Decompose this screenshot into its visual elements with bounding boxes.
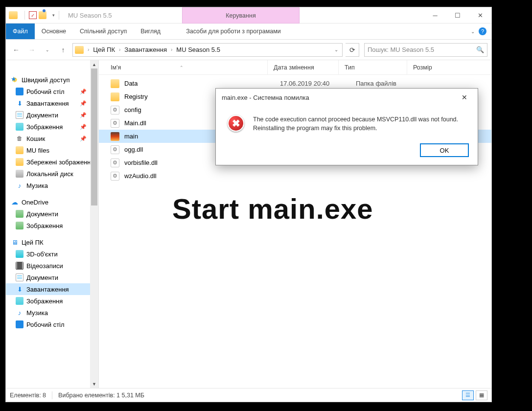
sidebar-this-pc[interactable]: 🖥Цей ПК [6,236,98,248]
ribbon-tab-view[interactable]: Вигляд [134,23,167,39]
pin-icon: 📌 [80,100,87,107]
scroll-thumb[interactable] [91,68,97,206]
folder-icon [16,158,23,166]
chevron-right-icon[interactable]: › [170,47,173,52]
column-name[interactable]: Ім'я⌃ [111,64,267,71]
qa-dropdown-icon[interactable]: ▾ [52,13,55,18]
ribbon-expand-icon[interactable]: ⌄ [471,29,475,34]
navigation-pane: Швидкий доступ Робочий стіл📌 ⬇Завантажен… [6,60,99,388]
sidebar-pc-documents[interactable]: Документи [6,272,98,283]
sidebar-od-documents[interactable]: Документи [6,208,98,220]
help-icon[interactable]: ? [479,27,486,35]
sidebar-downloads[interactable]: ⬇Завантаження📌 [6,97,98,109]
manage-contextual-tab[interactable]: Керування [182,7,300,23]
column-type[interactable]: Тип [338,60,407,74]
back-button[interactable]: ← [10,44,23,56]
refresh-button[interactable]: ⟳ [346,43,359,57]
qa-newfolder-icon[interactable] [39,11,46,19]
pin-icon: 📌 [80,112,87,118]
sidebar-3d-objects[interactable]: 3D-об'єкти [6,248,98,260]
qa-properties-icon[interactable]: ✓ [29,11,37,19]
sidebar-pc-desktop[interactable]: Робочий стіл [6,319,98,330]
pin-icon: 📌 [80,89,87,95]
picture-icon [16,123,23,131]
titlebar[interactable]: ✓ ▾ MU Season 5.5 Керування ─ ☐ ✕ [6,7,491,23]
pin-icon: 📌 [80,124,87,130]
file-type: Папка файлів [352,80,420,87]
sidebar-quick-access[interactable]: Швидкий доступ [6,74,98,86]
column-date[interactable]: Дата змінення [267,60,338,74]
folder-icon [16,222,23,229]
separator [24,11,25,20]
sidebar-pc-downloads[interactable]: ⬇Завантаження [6,283,98,295]
download-icon: ⬇ [16,285,23,293]
view-large-icons-button[interactable]: ▦ [476,390,487,400]
dialog-close-button[interactable]: ✕ [457,91,472,103]
folder-icon [111,92,119,101]
file-name: wzAudio.dll [124,172,271,180]
sidebar-music[interactable]: ♪Музика [6,180,98,191]
pc-icon: 🖥 [11,238,19,246]
main-icon [111,132,119,141]
address-bar[interactable]: › Цей ПК › Завантаження › MU Season 5.5 … [72,43,343,57]
search-icon[interactable]: 🔍 [476,46,484,53]
close-button[interactable]: ✕ [469,7,491,23]
search-placeholder: Пошук: MU Season 5.5 [368,46,434,53]
window-title: MU Season 5.5 [68,12,112,19]
file-row[interactable]: ⚙wzAudio.dll [99,169,491,183]
search-input[interactable]: Пошук: MU Season 5.5 🔍 [364,43,487,57]
video-icon [16,262,23,270]
ok-button[interactable]: OK [420,143,469,157]
forward-button[interactable]: → [25,44,38,56]
breadcrumb-segment[interactable]: MU Season 5.5 [175,46,221,53]
sidebar-mufiles[interactable]: MU files [6,144,98,156]
cloud-icon: ☁ [11,198,19,206]
maximize-button[interactable]: ☐ [446,7,469,23]
sidebar-local-disk[interactable]: Локальний диск [6,168,98,180]
ribbon-tab-programs[interactable]: Засоби для роботи з програмами [179,23,288,39]
separator [52,391,52,399]
history-dropdown-icon[interactable]: ⌄ [41,44,54,56]
gear-icon: ⚙ [111,145,119,154]
download-icon: ⬇ [16,99,23,107]
scroll-down-icon[interactable]: ▼ [90,380,98,388]
view-details-button[interactable]: ☰ [462,390,474,400]
breadcrumb-segment[interactable]: Завантаження [123,46,168,53]
star-icon [11,76,19,84]
desktop-icon [16,88,23,95]
document-icon [16,274,23,281]
scroll-up-icon[interactable]: ▲ [90,60,98,68]
dialog-title: main.exe - Системна помилка [222,94,309,101]
sidebar-desktop[interactable]: Робочий стіл📌 [6,86,98,97]
minimize-button[interactable]: ─ [424,7,446,23]
sidebar-scrollbar[interactable]: ▲ ▼ [90,60,98,388]
dialog-titlebar[interactable]: main.exe - Системна помилка ✕ [216,89,478,106]
chevron-right-icon[interactable]: › [118,47,121,52]
sidebar-recycle[interactable]: 🗑Кошик📌 [6,133,98,144]
document-icon [16,111,23,119]
column-size[interactable]: Розмір [407,60,475,74]
status-selection: Вибрано елементів: 1 5,31 МБ [58,392,144,399]
sidebar-videos[interactable]: Відеозаписи [6,260,98,272]
sidebar-pc-music[interactable]: ♪Музика [6,307,98,319]
gear-icon: ⚙ [111,159,119,167]
sidebar-onedrive[interactable]: ☁OneDrive [6,196,98,208]
breadcrumb-segment[interactable]: Цей ПК [92,46,116,53]
error-dialog: main.exe - Системна помилка ✕ ✖ The code… [215,88,478,165]
sidebar-od-pictures[interactable]: Зображення [6,220,98,231]
gear-icon: ⚙ [111,172,119,181]
status-item-count: Елементів: 8 [10,392,46,399]
ribbon-tab-home[interactable]: Основне [35,23,73,39]
sidebar-pc-pictures[interactable]: Зображення [6,295,98,307]
sidebar-pictures[interactable]: Зображення📌 [6,121,98,133]
ribbon-tab-share[interactable]: Спільний доступ [73,23,134,39]
ribbon-tab-file[interactable]: Файл [6,23,35,39]
gear-icon: ⚙ [111,119,119,128]
sidebar-documents[interactable]: Документи📌 [6,109,98,121]
ribbon-tabs: Файл Основне Спільний доступ Вигляд Засо… [6,23,491,40]
chevron-right-icon[interactable]: › [87,47,90,52]
sidebar-saved-images[interactable]: Збережені зображення [6,156,98,168]
explorer-window: ✓ ▾ MU Season 5.5 Керування ─ ☐ ✕ Файл О… [5,7,492,402]
up-button[interactable]: ↑ [57,44,69,56]
address-dropdown-icon[interactable]: ⌄ [334,47,338,52]
